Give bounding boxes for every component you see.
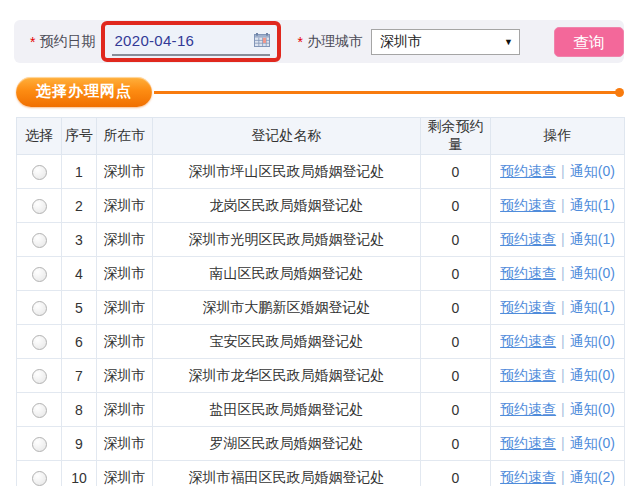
row-remaining-count: 0 [421, 359, 491, 393]
table-row: 5 深圳市 深圳市大鹏新区婚姻登记处 0 预约速查|通知(1) [17, 291, 625, 325]
header-remaining: 剩余预约量 [421, 118, 491, 155]
select-radio[interactable] [32, 335, 47, 350]
row-index: 6 [62, 325, 97, 359]
select-radio[interactable] [32, 403, 47, 418]
date-field-group: * 预约日期 2020-04-16 [30, 21, 281, 62]
row-index: 10 [62, 461, 97, 486]
select-radio[interactable] [32, 369, 47, 384]
link-separator: | [561, 299, 565, 315]
date-input[interactable]: 2020-04-16 [112, 28, 270, 56]
city-label: 办理城市 [307, 33, 363, 51]
quick-check-link[interactable]: 预约速查 [500, 231, 556, 247]
notice-link[interactable]: 通知(0) [570, 401, 615, 417]
row-remaining-count: 0 [421, 427, 491, 461]
quick-check-link[interactable]: 预约速查 [500, 333, 556, 349]
row-office-name: 盐田区民政局婚姻登记处 [153, 393, 421, 427]
select-radio[interactable] [32, 437, 47, 452]
select-radio[interactable] [32, 301, 47, 316]
row-office-name: 南山区民政局婚姻登记处 [153, 257, 421, 291]
annotation-highlight-box: 2020-04-16 [101, 21, 281, 62]
section-header: 选择办理网点 [16, 78, 624, 106]
row-index: 7 [62, 359, 97, 393]
quick-check-link[interactable]: 预约速查 [500, 163, 556, 179]
quick-check-link[interactable]: 预约速查 [500, 401, 556, 417]
table-row: 8 深圳市 盐田区民政局婚姻登记处 0 预约速查|通知(0) [17, 393, 625, 427]
date-label: 预约日期 [39, 33, 95, 51]
table-row: 4 深圳市 南山区民政局婚姻登记处 0 预约速查|通知(0) [17, 257, 625, 291]
notice-link[interactable]: 通知(0) [570, 265, 615, 281]
row-city: 深圳市 [97, 257, 153, 291]
table-row: 3 深圳市 深圳市光明区民政局婚姻登记处 0 预约速查|通知(1) [17, 223, 625, 257]
table-row: 1 深圳市 深圳市坪山区民政局婚姻登记处 0 预约速查|通知(0) [17, 155, 625, 189]
notice-link[interactable]: 通知(1) [570, 197, 615, 213]
section-divider-line [154, 91, 616, 94]
section-title-ribbon: 选择办理网点 [16, 77, 152, 107]
link-separator: | [561, 265, 565, 281]
row-city: 深圳市 [97, 325, 153, 359]
row-office-name: 罗湖区民政局婚姻登记处 [153, 427, 421, 461]
required-marker: * [297, 34, 302, 50]
chevron-down-icon: ▼ [504, 37, 513, 47]
quick-check-link[interactable]: 预约速查 [500, 299, 556, 315]
link-separator: | [561, 401, 565, 417]
table-row: 6 深圳市 宝安区民政局婚姻登记处 0 预约速查|通知(0) [17, 325, 625, 359]
header-select: 选择 [17, 118, 62, 155]
notice-link[interactable]: 通知(1) [570, 299, 615, 315]
date-value: 2020-04-16 [112, 32, 194, 49]
city-select[interactable]: 深圳市 ▼ [371, 29, 520, 55]
notice-link[interactable]: 通知(1) [570, 231, 615, 247]
quick-check-link[interactable]: 预约速查 [500, 469, 556, 485]
city-field-group: * 办理城市 深圳市 ▼ [297, 29, 519, 55]
table-row: 2 深圳市 龙岗区民政局婚姻登记处 0 预约速查|通知(1) [17, 189, 625, 223]
header-office-name: 登记处名称 [153, 118, 421, 155]
select-radio[interactable] [32, 233, 47, 248]
calendar-icon[interactable] [254, 33, 270, 47]
select-radio[interactable] [32, 267, 47, 282]
row-remaining-count: 0 [421, 461, 491, 486]
row-remaining-count: 0 [421, 257, 491, 291]
row-remaining-count: 0 [421, 155, 491, 189]
row-index: 9 [62, 427, 97, 461]
link-separator: | [561, 163, 565, 179]
required-marker: * [30, 34, 35, 50]
query-button[interactable]: 查询 [554, 27, 624, 57]
select-radio[interactable] [32, 471, 47, 486]
header-index: 序号 [62, 118, 97, 155]
quick-check-link[interactable]: 预约速查 [500, 435, 556, 451]
row-index: 8 [62, 393, 97, 427]
row-index: 2 [62, 189, 97, 223]
row-remaining-count: 0 [421, 325, 491, 359]
select-radio[interactable] [32, 199, 47, 214]
table-row: 7 深圳市 深圳市龙华区民政局婚姻登记处 0 预约速查|通知(0) [17, 359, 625, 393]
link-separator: | [561, 231, 565, 247]
row-remaining-count: 0 [421, 189, 491, 223]
quick-check-link[interactable]: 预约速查 [500, 197, 556, 213]
quick-check-link[interactable]: 预约速查 [500, 265, 556, 281]
quick-check-link[interactable]: 预约速查 [500, 367, 556, 383]
notice-link[interactable]: 通知(0) [570, 367, 615, 383]
header-actions: 操作 [491, 118, 625, 155]
row-index: 5 [62, 291, 97, 325]
row-city: 深圳市 [97, 393, 153, 427]
row-office-name: 深圳市龙华区民政局婚姻登记处 [153, 359, 421, 393]
row-office-name: 龙岗区民政局婚姻登记处 [153, 189, 421, 223]
row-index: 4 [62, 257, 97, 291]
row-office-name: 深圳市光明区民政局婚姻登记处 [153, 223, 421, 257]
row-remaining-count: 0 [421, 223, 491, 257]
notice-link[interactable]: 通知(2) [570, 469, 615, 485]
table-row: 10 深圳市 深圳市福田区民政局婚姻登记处 0 预约速查|通知(2) [17, 461, 625, 486]
link-separator: | [561, 435, 565, 451]
link-separator: | [561, 469, 565, 485]
row-office-name: 深圳市福田区民政局婚姻登记处 [153, 461, 421, 486]
row-remaining-count: 0 [421, 393, 491, 427]
notice-link[interactable]: 通知(0) [570, 435, 615, 451]
row-city: 深圳市 [97, 359, 153, 393]
select-radio[interactable] [32, 165, 47, 180]
row-index: 1 [62, 155, 97, 189]
row-city: 深圳市 [97, 155, 153, 189]
notice-link[interactable]: 通知(0) [570, 333, 615, 349]
header-city: 所在市 [97, 118, 153, 155]
registry-offices-table: 选择 序号 所在市 登记处名称 剩余预约量 操作 1 深圳市 深圳市坪山区民政局… [16, 117, 625, 486]
notice-link[interactable]: 通知(0) [570, 163, 615, 179]
row-remaining-count: 0 [421, 291, 491, 325]
